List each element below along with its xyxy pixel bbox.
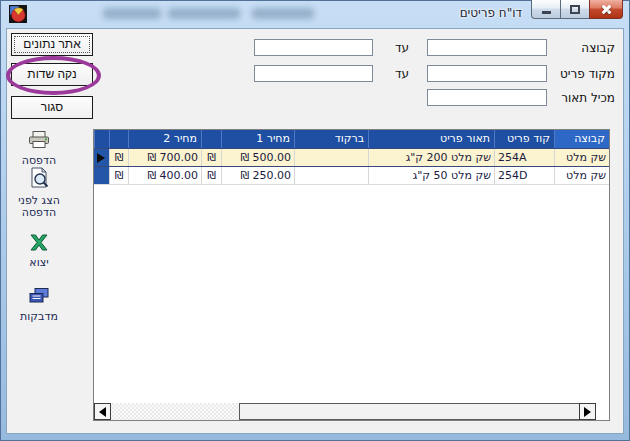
group-label: קבוצה bbox=[581, 40, 615, 57]
horizontal-scrollbar[interactable] bbox=[94, 403, 596, 420]
grid-header-row: קבוצה קוד פריט תאור פריט ברקוד מחיר 1 מח… bbox=[94, 130, 609, 148]
header-currency2[interactable] bbox=[109, 130, 128, 148]
maximize-button[interactable] bbox=[561, 0, 589, 19]
contains-description-input[interactable] bbox=[427, 89, 547, 106]
close-icon bbox=[600, 3, 613, 16]
group-to-label: עד bbox=[391, 40, 413, 57]
cell-group[interactable]: שק מלט bbox=[554, 167, 609, 184]
close-dialog-button[interactable]: סגור bbox=[11, 96, 93, 119]
cell-currency1[interactable]: ₪ bbox=[201, 167, 221, 184]
minimize-button[interactable] bbox=[531, 0, 561, 19]
redacted-text-blur bbox=[168, 8, 240, 19]
sidebar-item-print-preview[interactable]: הצג לפני הדפסה bbox=[6, 167, 72, 219]
header-barcode[interactable]: ברקוד bbox=[294, 130, 368, 148]
scrollbar-thumb[interactable] bbox=[239, 403, 580, 420]
sidebar-preview-label: הצג לפני הדפסה bbox=[18, 195, 60, 219]
cell-item-code[interactable]: 254A bbox=[494, 149, 554, 166]
sidebar-item-export[interactable]: יצוא bbox=[6, 234, 72, 269]
cell-currency2[interactable]: ₪ bbox=[109, 167, 128, 184]
find-data-button[interactable]: אתר נתונים bbox=[11, 33, 93, 56]
app-window: דו"ח פריטים אתר נתונים נקה שדות סגור קבו… bbox=[0, 0, 630, 441]
sidebar-export-label: יצוא bbox=[6, 257, 72, 269]
header-item-code[interactable]: קוד פריט bbox=[494, 130, 554, 148]
cell-item-code[interactable]: 254D bbox=[494, 167, 554, 184]
header-price1[interactable]: מחיר 1 bbox=[221, 130, 294, 148]
excel-export-icon bbox=[28, 234, 50, 251]
print-preview-icon bbox=[29, 167, 50, 189]
cell-item-description[interactable]: שק מלט 50 ק"ג bbox=[368, 167, 494, 184]
group-to-input[interactable] bbox=[254, 39, 373, 56]
cell-price2[interactable]: ₪ 400.00 bbox=[128, 167, 201, 184]
header-row-selector[interactable] bbox=[94, 130, 109, 148]
clear-fields-button[interactable]: נקה שדות bbox=[11, 63, 93, 86]
row-selector[interactable] bbox=[94, 167, 109, 184]
sidebar-stickers-label: מדבקות bbox=[6, 311, 72, 323]
cell-price1[interactable]: ₪ 500.00 bbox=[221, 149, 294, 166]
contains-description-label: מכיל תאור bbox=[561, 90, 615, 107]
cell-price2[interactable]: ₪ 700.00 bbox=[128, 149, 201, 166]
cell-barcode[interactable] bbox=[294, 149, 368, 166]
title-bar[interactable]: דו"ח פריטים bbox=[0, 0, 630, 28]
cell-currency1[interactable]: ₪ bbox=[201, 149, 221, 166]
pie-chart-app-icon bbox=[9, 5, 27, 23]
cell-group[interactable]: שק מלט bbox=[554, 149, 609, 166]
sidebar-print-label: הדפסה bbox=[6, 155, 72, 167]
header-currency1[interactable] bbox=[201, 130, 221, 148]
current-row-arrow-icon bbox=[97, 153, 105, 163]
scroll-right-button[interactable] bbox=[579, 403, 596, 420]
group-from-input[interactable] bbox=[427, 39, 547, 56]
item-code-label: מקוד פריט bbox=[560, 66, 615, 83]
header-group[interactable]: קבוצה bbox=[554, 130, 609, 148]
minimize-icon bbox=[542, 11, 551, 14]
redacted-text-blur bbox=[252, 8, 314, 19]
scroll-left-button[interactable] bbox=[94, 403, 111, 420]
item-code-to-label: עד bbox=[391, 66, 413, 83]
cell-currency2[interactable]: ₪ bbox=[109, 149, 128, 166]
close-button[interactable] bbox=[589, 0, 623, 19]
window-controls bbox=[531, 0, 623, 19]
table-row[interactable]: שק מלט 254A שק מלט 200 ק"ג ₪ 500.00 ₪ ₪ … bbox=[94, 148, 609, 167]
header-price2[interactable]: מחיר 2 bbox=[128, 130, 201, 148]
sidebar-item-print[interactable]: הדפסה bbox=[6, 130, 72, 167]
header-item-description[interactable]: תאור פריט bbox=[368, 130, 494, 148]
items-grid: קבוצה קוד פריט תאור פריט ברקוד מחיר 1 מח… bbox=[93, 129, 610, 421]
sidebar-item-stickers[interactable]: מדבקות bbox=[6, 287, 72, 323]
item-code-from-input[interactable] bbox=[427, 65, 547, 82]
window-title: דו"ח פריטים bbox=[460, 6, 522, 20]
table-row[interactable]: שק מלט 254D שק מלט 50 ק"ג ₪ 250.00 ₪ ₪ 4… bbox=[94, 167, 609, 185]
cell-item-description[interactable]: שק מלט 200 ק"ג bbox=[368, 149, 494, 166]
scroll-right-arrow-icon bbox=[584, 407, 591, 417]
redacted-text-blur bbox=[103, 8, 161, 19]
row-selector[interactable] bbox=[94, 149, 109, 166]
printer-icon bbox=[27, 130, 51, 149]
scroll-left-arrow-icon bbox=[99, 407, 106, 417]
labels-icon bbox=[28, 287, 50, 305]
cell-barcode[interactable] bbox=[294, 167, 368, 184]
maximize-icon bbox=[570, 5, 580, 14]
item-code-to-input[interactable] bbox=[254, 65, 373, 82]
cell-price1[interactable]: ₪ 250.00 bbox=[221, 167, 294, 184]
